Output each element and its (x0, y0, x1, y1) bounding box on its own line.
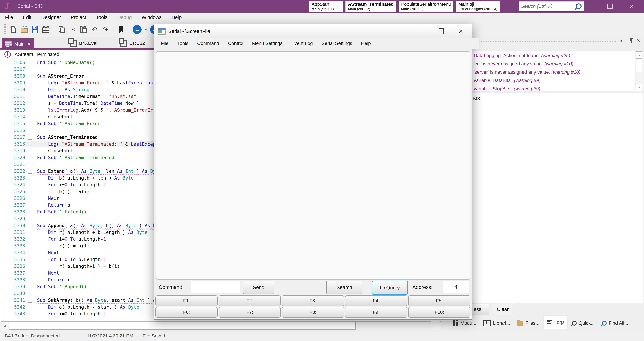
close-button[interactable]: ✕ (624, 0, 640, 12)
tab-libraries[interactable]: Librari... (481, 318, 513, 328)
menu-item-file[interactable]: File (5, 14, 13, 20)
new-file-button[interactable] (8, 24, 18, 35)
command-label: Command (159, 284, 182, 290)
toolbar-separator (129, 24, 130, 34)
menu-item-windows[interactable]: Windows (142, 14, 162, 20)
line-number: 5311 (0, 93, 25, 100)
vscroll-thumb[interactable] (636, 59, 642, 72)
scroll-down-button[interactable]: ▼ (636, 84, 642, 91)
quick-tab[interactable]: AppStartMain (ctrl + 1) (309, 1, 343, 12)
dialog-close-button[interactable]: ✕ (453, 24, 468, 38)
warning-item[interactable]: 'server' is never assigned any value. (w… (472, 68, 635, 76)
fkey-button-F9[interactable]: F9: (345, 307, 407, 318)
navigate-back-button[interactable]: ← (132, 24, 142, 35)
warning-item[interactable]: variable 'DataBits'. (warning #9) (472, 76, 635, 84)
dialog-screen-area[interactable] (156, 51, 470, 280)
fkey-button-F3[interactable]: F3: (282, 296, 344, 306)
fold-collapse-icon[interactable] (28, 169, 32, 174)
scroll-left-button[interactable]: ◀ (1, 322, 8, 330)
dialog-maximize-button[interactable] (434, 24, 449, 38)
id-query-button[interactable]: ID Query (372, 280, 408, 295)
tab-main[interactable]: Main ✕ (2, 38, 34, 50)
line-number: 5323 (0, 174, 25, 181)
panel-pin-icon[interactable] (629, 38, 634, 44)
command-input[interactable] (190, 280, 240, 294)
redo-button[interactable]: ↷ (100, 24, 110, 35)
undo-button[interactable]: ↶ (90, 24, 99, 35)
search-box[interactable]: Search (Ctrl+F) (519, 1, 584, 11)
menu-item-debug[interactable]: Debug (117, 14, 132, 20)
fkey-button-F6[interactable]: F6: (155, 307, 218, 318)
editor-hscrollbar[interactable]: ◀ ▶ (1, 321, 441, 330)
fold-collapse-icon[interactable] (28, 74, 32, 78)
send-button[interactable]: Send (243, 280, 274, 294)
scroll-up-button[interactable]: ▲ (636, 52, 642, 58)
line-number: 5338 (0, 276, 25, 283)
fkey-button-F4[interactable]: F4: (345, 296, 407, 306)
menu-item-project[interactable]: Project (71, 14, 86, 20)
tab-files[interactable]: Files... (514, 318, 542, 328)
toolbar-grip[interactable] (4, 24, 6, 35)
fkey-button-F8[interactable]: F8: (282, 307, 344, 318)
dialog-minimize-button[interactable]: – (414, 24, 430, 38)
fold-collapse-icon[interactable] (28, 298, 32, 302)
dialog-menu-command[interactable]: Command (197, 41, 219, 46)
line-number: 5315 (0, 120, 25, 127)
paste-button[interactable] (79, 24, 88, 35)
dialog-menu-serial-settings[interactable]: Serial Settings (322, 41, 352, 46)
fkey-button-F5[interactable]: F5: (408, 296, 470, 306)
panel-menu-caret-icon[interactable]: ▼ (620, 38, 624, 43)
warnings-scrollbar[interactable]: ▲ ▼ (636, 51, 643, 92)
quick-tab[interactable]: Main.bjlVisual Designer (ctrl + 4) (456, 1, 500, 12)
bookmark-button[interactable] (116, 24, 126, 35)
copy-button[interactable] (57, 24, 66, 35)
minimize-button[interactable]: – (582, 0, 598, 12)
dialog-menu-tools[interactable]: Tools (177, 41, 188, 46)
panel-close-icon[interactable]: ✕ (637, 38, 641, 44)
clear-logs-button[interactable]: Clear (493, 304, 512, 315)
warning-item[interactable]: variable 'StopBits'. (warning #9) (472, 84, 635, 91)
menu-item-edit[interactable]: Edit (23, 14, 32, 20)
search-icon[interactable] (576, 4, 582, 9)
panel-grip[interactable] (476, 41, 617, 42)
fkey-button-F2[interactable]: F2: (218, 296, 281, 306)
modules-manager-button[interactable] (41, 24, 50, 35)
dialog-menu-menu-settings[interactable]: Menu Settings (252, 41, 282, 46)
warning-item[interactable]: DataLogging_Action' not found. (warning … (472, 51, 635, 60)
dialog-title-bar[interactable]: Serial - \ScreenFile – ✕ (154, 24, 472, 38)
tab-find-all[interactable]: Find All... (599, 318, 631, 328)
fold-collapse-icon[interactable] (28, 223, 32, 228)
menu-item-help[interactable]: Help (172, 14, 182, 20)
fkey-button-F10[interactable]: F10: (408, 307, 470, 318)
open-project-button[interactable] (19, 24, 29, 35)
module-icon (70, 40, 77, 47)
quick-tab[interactable]: PopulateSerialPortMenuMain (ctrl + 3) (399, 1, 454, 12)
quick-tab[interactable]: AStream_TerminatedMain (ctrl + 2) (345, 1, 396, 12)
tab-quick-search[interactable]: Quick... (569, 318, 598, 328)
layout-icon (5, 41, 12, 47)
dialog-menu-help[interactable]: Help (361, 41, 371, 46)
fold-collapse-icon[interactable] (28, 135, 32, 140)
log-output-area[interactable]: M3 (472, 93, 644, 303)
warning-item[interactable]: 'col' is never assigned any value. (warn… (472, 60, 635, 68)
fkey-button-F1[interactable]: F1: (155, 296, 218, 306)
dialog-menu-file[interactable]: File (161, 41, 168, 46)
dialog-menu-event-log[interactable]: Event Log (291, 41, 313, 46)
dialog-menu-control[interactable]: Control (228, 41, 243, 46)
tab-logs[interactable]: Logs (544, 316, 568, 328)
address-input[interactable] (443, 280, 469, 294)
search-button[interactable]: Search (326, 280, 362, 294)
hscroll-thumb[interactable] (9, 322, 356, 330)
menu-item-tools[interactable]: Tools (96, 14, 108, 20)
restore-button[interactable] (602, 0, 618, 12)
menu-item-designer[interactable]: Designer (41, 14, 61, 20)
warnings-list[interactable]: DataLogging_Action' not found. (warning … (472, 51, 635, 91)
fkey-button-F7[interactable]: F7: (218, 307, 281, 318)
tab-b4xeval[interactable]: B4XEval (66, 38, 101, 48)
save-button[interactable] (30, 24, 40, 35)
cut-button[interactable]: ✂ (68, 24, 78, 35)
navigation-history-button[interactable]: ▾ (143, 24, 148, 35)
tab-crc32[interactable]: CRC32 (117, 38, 148, 48)
line-number: 5308 (0, 73, 25, 80)
tab-close-icon[interactable]: ✕ (27, 42, 31, 47)
